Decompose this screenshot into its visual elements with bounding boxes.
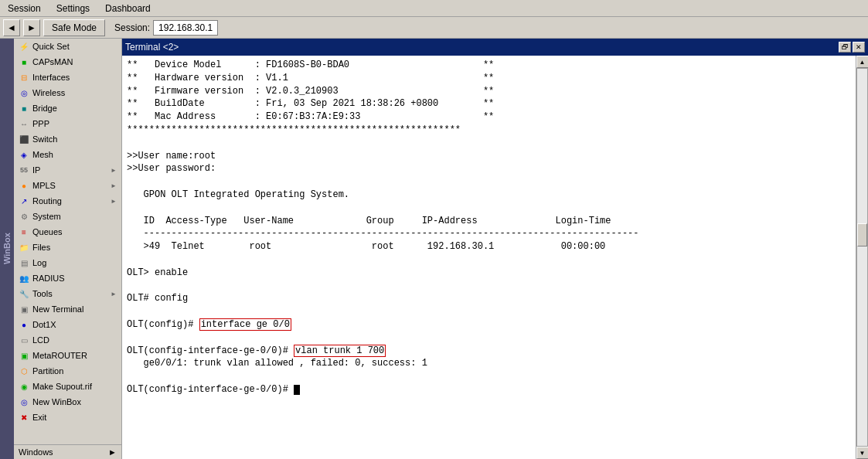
scroll-thumb [857, 223, 867, 246]
back-button[interactable]: ◄ [3, 19, 20, 36]
forward-button[interactable]: ► [23, 19, 40, 36]
sidebar-item-wireless[interactable]: ◎ Wireless [14, 85, 121, 100]
sidebar-item-queues[interactable]: ≡ Queues [14, 224, 121, 240]
terminal-body: ** Device Model : FD1608S-B0-BDA0 ** ** … [122, 56, 868, 459]
log-icon: ▤ [19, 257, 29, 268]
terminal-line-header: ID Access-Type User-Name Group IP-Addres… [127, 216, 611, 226]
terminal-line-vlan-result: ge0/0/1: trunk vlan allowed , failed: 0,… [127, 358, 427, 369]
sidebar-label-mpls: MPLS [32, 181, 56, 190]
sidebar-label-lcd: LCD [32, 335, 49, 345]
sidebar-item-mpls[interactable]: ● MPLS ► [14, 178, 121, 193]
terminal-area: Terminal <2> 🗗 ✕ ** Device Model : FD160… [122, 39, 868, 459]
sidebar-item-dot1x[interactable]: ● Dot1X [14, 317, 121, 332]
radius-icon: 👥 [19, 273, 29, 284]
capsman-icon: ■ [19, 56, 29, 67]
bridge-icon: ■ [19, 103, 29, 114]
sidebar-label-metarouter: MetaROUTER [32, 351, 87, 360]
terminal-line-1: ** Device Model : FD1608S-B0-BDA0 ** [127, 60, 494, 70]
windows-section[interactable]: Windows ► [14, 445, 121, 459]
terminal-titlebar: Terminal <2> 🗗 ✕ [122, 39, 868, 56]
scroll-up-button[interactable]: ▲ [856, 56, 869, 68]
routing-arrow-icon: ► [111, 198, 117, 205]
metarouter-icon: ▣ [19, 350, 29, 361]
sidebar-item-switch[interactable]: ⬛ Switch [14, 131, 121, 147]
sidebar-item-partition[interactable]: ⬡ Partition [14, 363, 121, 379]
sidebar-label-quick-set: Quick Set [32, 42, 70, 51]
sidebar-label-new-winbox: New WinBox [32, 397, 81, 406]
sidebar-item-quick-set[interactable]: ⚡ Quick Set [14, 39, 121, 54]
sidebar-item-mesh[interactable]: ◈ Mesh [14, 147, 121, 162]
sidebar-item-ip[interactable]: 55 IP ► [14, 162, 121, 178]
routing-icon: ↗ [19, 196, 29, 206]
terminal-line-config: OLT# config [127, 293, 188, 304]
mpls-arrow-icon: ► [111, 182, 117, 189]
scroll-down-button[interactable]: ▼ [856, 447, 869, 459]
terminal-restore-button[interactable]: 🗗 [839, 42, 851, 53]
make-supout-icon: ◉ [19, 381, 29, 392]
terminal-line-interface-cmd: OLT(config)# interface ge 0/0 [127, 318, 291, 331]
sidebar-item-new-winbox[interactable]: ◎ New WinBox [14, 394, 121, 410]
scroll-track[interactable] [856, 68, 868, 447]
menu-dashboard[interactable]: Dashboard [100, 2, 155, 15]
terminal-line-5: ** Mac Address : E0:67:B3:7A:E9:33 ** [127, 111, 494, 122]
sidebar-item-bridge[interactable]: ■ Bridge [14, 100, 121, 116]
terminal-line-3: ** Firmware version : V2.0.3_210903 ** [127, 86, 494, 97]
safe-mode-button[interactable]: Safe Mode [43, 19, 105, 36]
terminal-line-6: ****************************************… [127, 124, 461, 135]
sidebar-item-tools[interactable]: 🔧 Tools ► [14, 286, 121, 301]
sidebar-label-radius: RADIUS [32, 274, 65, 283]
sidebar-label-partition: Partition [32, 366, 63, 376]
sidebar-item-make-supout[interactable]: ◉ Make Supout.rif [14, 379, 121, 394]
sidebar-label-routing: Routing [32, 196, 62, 206]
sidebar-label-make-supout: Make Supout.rif [32, 382, 92, 391]
mesh-icon: ◈ [19, 149, 29, 160]
sidebar-label-interfaces: Interfaces [32, 73, 70, 82]
new-terminal-icon: ▣ [19, 304, 29, 314]
menu-settings[interactable]: Settings [52, 2, 94, 15]
sidebar-label-log: Log [32, 258, 46, 267]
menu-session[interactable]: Session [3, 2, 46, 15]
sidebar-item-log[interactable]: ▤ Log [14, 255, 121, 270]
sidebar-item-capsman[interactable]: ■ CAPsMAN [14, 54, 121, 70]
interfaces-icon: ⊟ [19, 72, 29, 83]
terminal-line-4: ** BuildDate : Fri, 03 Sep 2021 18:38:26… [127, 98, 494, 109]
session-label: Session: [114, 22, 150, 33]
menu-bar: Session Settings Dashboard [0, 0, 868, 17]
sidebar-label-exit: Exit [32, 413, 46, 422]
sidebar-item-metarouter[interactable]: ▣ MetaROUTER [14, 348, 121, 363]
windows-arrow-icon: ► [108, 447, 117, 457]
sidebar-label-ip: IP [32, 165, 40, 175]
dot1x-icon: ● [19, 319, 29, 330]
terminal-content[interactable]: ** Device Model : FD1608S-B0-BDA0 ** ** … [122, 56, 856, 459]
windows-label-text: Windows [19, 447, 53, 457]
queues-icon: ≡ [19, 226, 29, 237]
terminal-cursor [294, 385, 300, 395]
winbox-label: WinBox [0, 39, 14, 459]
terminal-scrollbar: ▲ ▼ [856, 56, 868, 459]
lcd-icon: ▭ [19, 335, 29, 345]
terminal-line-prompt: OLT(config-interface-ge-0/0)# [127, 384, 300, 395]
sidebar-item-interfaces[interactable]: ⊟ Interfaces [14, 70, 121, 85]
sidebar: ⚡ Quick Set ■ CAPsMAN ⊟ Interfaces ◎ Wir… [14, 39, 122, 459]
sidebar-label-new-terminal: New Terminal [32, 304, 83, 314]
sidebar-item-ppp[interactable]: ↔ PPP [14, 116, 121, 131]
sidebar-item-exit[interactable]: ✖ Exit [14, 410, 121, 425]
terminal-line-gpon: GPON OLT Integrated Operating System. [127, 189, 349, 200]
sidebar-label-capsman: CAPsMAN [32, 57, 73, 66]
terminal-line-vlan-prompt: OLT(config-interface-ge-0/0)# vlan trunk… [127, 345, 386, 357]
sidebar-item-new-terminal[interactable]: ▣ New Terminal [14, 301, 121, 317]
sidebar-bottom: Windows ► [14, 444, 121, 459]
mpls-icon: ● [19, 180, 29, 191]
sidebar-item-files[interactable]: 📁 Files [14, 240, 121, 255]
terminal-close-button[interactable]: ✕ [853, 42, 865, 53]
exit-icon: ✖ [19, 412, 29, 423]
sidebar-item-radius[interactable]: 👥 RADIUS [14, 270, 121, 286]
sidebar-item-lcd[interactable]: ▭ LCD [14, 332, 121, 348]
sidebar-item-system[interactable]: ⚙ System [14, 209, 121, 224]
terminal-line-user: >>User name:root [127, 151, 216, 162]
system-icon: ⚙ [19, 211, 29, 222]
tools-arrow-icon: ► [111, 291, 117, 298]
main-content: WinBox ⚡ Quick Set ■ CAPsMAN ⊟ Interface… [0, 39, 868, 459]
switch-icon: ⬛ [19, 134, 29, 144]
sidebar-item-routing[interactable]: ↗ Routing ► [14, 193, 121, 209]
